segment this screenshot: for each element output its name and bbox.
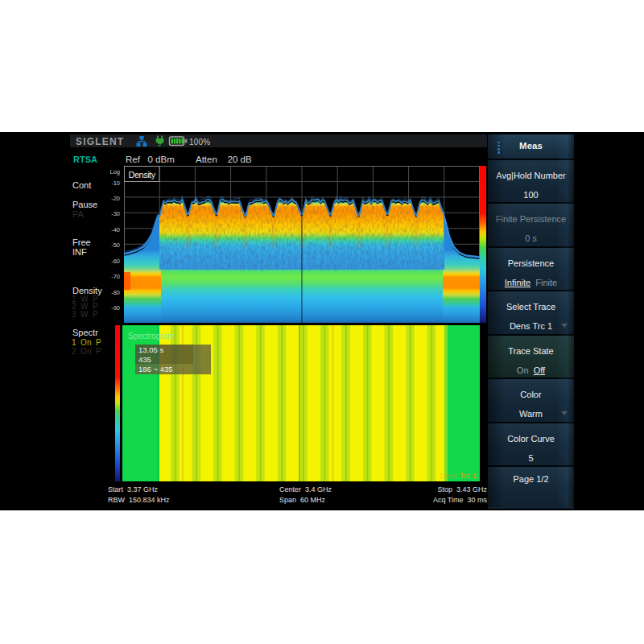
svg-text:435: 435 [138, 355, 151, 364]
svg-text:Density: Density [129, 170, 156, 180]
svg-text:Dens Trc 1: Dens Trc 1 [440, 471, 477, 480]
svg-text:13.05 s: 13.05 s [138, 345, 163, 354]
svg-text:186 ~ 435: 186 ~ 435 [138, 365, 173, 374]
svg-text:Spectrogram: Spectrogram [128, 332, 174, 341]
